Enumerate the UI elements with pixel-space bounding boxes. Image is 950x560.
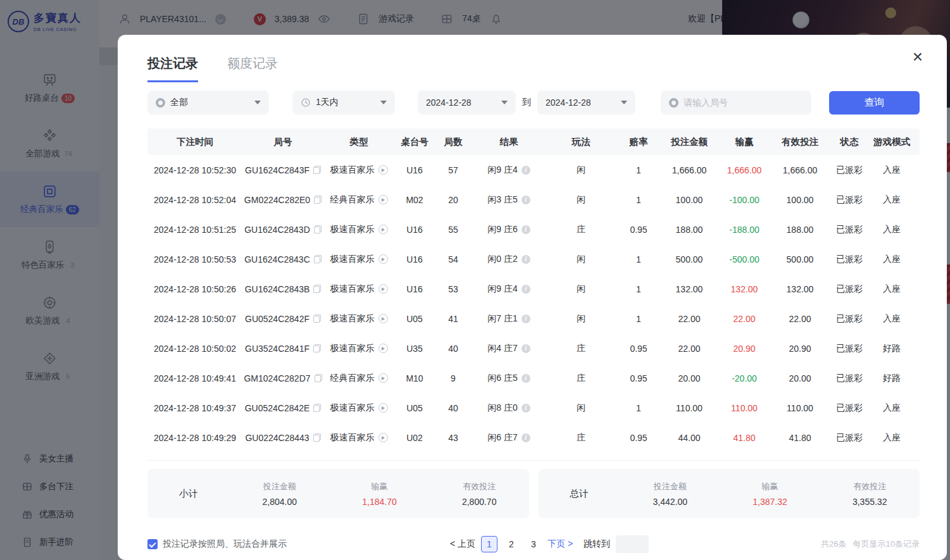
total-valid-label: 有效投注 [820,481,920,492]
category-select[interactable]: 全部 [147,90,269,115]
info-icon[interactable]: i [522,196,530,204]
table-row[interactable]: 2024-12-28 10:51:25 GU1624C2843D 极速百家乐 U… [147,215,920,244]
table-row[interactable]: 2024-12-28 10:50:02 GU3524C2841F 极速百家乐 U… [147,333,920,363]
time-range-select[interactable]: 1天内 [292,90,395,115]
cell-game-type: 极速百家乐 [323,165,394,176]
play-icon[interactable] [378,373,388,383]
copy-icon[interactable] [314,225,322,233]
cell-round-id: GM1024C282D7 [242,373,323,383]
copy-icon[interactable] [314,196,322,204]
page-button-1[interactable]: 1 [481,536,497,552]
info-icon[interactable]: i [522,166,530,175]
chevron-down-icon [254,101,261,104]
play-icon[interactable] [378,403,388,413]
round-input[interactable] [684,97,785,108]
cell-play: 闲 [546,165,616,176]
cell-winloss: 1,666.00 [717,165,772,175]
copy-icon[interactable] [313,344,321,352]
cell-game-type: 极速百家乐 [323,283,394,295]
cell-round-id: GU1624C2843B [242,284,323,294]
play-icon[interactable] [378,314,388,323]
info-icon[interactable]: i [522,314,530,323]
cell-game-mode: 入座 [870,432,913,444]
table-row[interactable]: 2024-12-28 10:50:26 GU1624C2843B 极速百家乐 U… [147,274,920,304]
cell-odds: 0.95 [616,373,661,383]
cell-round-no: 41 [435,314,472,324]
cell-odds: 1 [616,403,661,413]
tab-credit-records[interactable]: 额度记录 [227,55,278,82]
cell-game-type: 极速百家乐 [323,224,394,235]
info-icon[interactable]: i [522,433,530,442]
cell-odds: 1 [616,195,661,205]
cell-winloss: 41.80 [717,433,772,443]
table-row[interactable]: 2024-12-28 10:52:30 GU1624C2843F 极速百家乐 U… [147,155,920,185]
prev-page-button[interactable]: < 上页 [450,538,475,550]
cell-result: 闲7 庄1i [472,313,546,325]
info-icon[interactable]: i [522,225,530,234]
search-button[interactable]: 查询 [829,91,920,115]
cell-time: 2024-12-28 10:49:29 [147,433,242,443]
page-button-3[interactable]: 3 [525,536,542,552]
play-icon[interactable] [378,284,388,294]
info-icon[interactable]: i [522,344,530,353]
play-icon[interactable] [378,254,388,264]
play-icon[interactable] [378,165,388,175]
cell-round-no: 54 [435,254,472,264]
copy-icon[interactable] [313,166,321,174]
table-row[interactable]: 2024-12-28 10:50:07 GU0524C2842F 极速百家乐 U… [147,304,920,333]
subtotal-winloss-label: 输赢 [330,481,430,492]
cell-bet-amount: 110.00 [661,403,717,413]
close-icon[interactable]: × [908,47,928,68]
copy-icon[interactable] [313,433,321,442]
play-icon[interactable] [378,433,388,442]
round-icon [669,98,678,108]
cell-game-type: 极速百家乐 [323,402,394,414]
bet-table-body: 2024-12-28 10:52:30 GU1624C2843F 极速百家乐 U… [147,155,920,452]
table-header: 下注时间 局号 类型 桌台号 局数 结果 玩法 赔率 投注金额 输赢 有效投注 … [147,128,920,155]
copy-icon[interactable] [313,404,321,412]
merge-checkbox[interactable] [147,539,158,549]
next-page-button[interactable]: 下页 > [547,538,573,550]
cell-round-id: GU0224C28443 [242,433,323,443]
cell-odds: 1 [616,254,661,264]
cell-result: 闲8 庄0i [472,402,546,414]
info-icon[interactable]: i [522,285,530,294]
copy-icon[interactable] [313,285,321,293]
table-row[interactable]: 2024-12-28 10:52:04 GM0224C282E0 经典百家乐 M… [147,185,920,215]
table-row[interactable]: 2024-12-28 10:49:41 GM1024C282D7 经典百家乐 M… [147,363,920,393]
cell-valid-bet: 41.80 [772,433,828,443]
play-icon[interactable] [378,344,388,353]
date-from-picker[interactable]: 2024-12-28 [418,90,516,115]
date-to-picker[interactable]: 2024-12-28 [537,90,635,115]
table-row[interactable]: 2024-12-28 10:49:29 GU0224C28443 极速百家乐 U… [147,423,920,452]
records-per-page: 每页显示10条记录 [853,538,920,550]
total-card: 总计 投注金额 3,442.00 输赢 1,387.32 有效投注 3,355.… [538,469,920,518]
copy-icon[interactable] [314,255,322,263]
cell-result: 闲0 庄2i [472,254,546,265]
info-icon[interactable]: i [522,404,530,413]
cell-result: 闲3 庄5i [472,194,546,206]
table-row[interactable]: 2024-12-28 10:50:53 GU1624C2843C 极速百家乐 U… [147,244,920,274]
play-icon[interactable] [378,195,388,204]
cell-game-type: 极速百家乐 [323,343,394,354]
play-icon[interactable] [378,225,388,234]
cell-round-id: GU1624C2843F [242,165,323,175]
jump-page-input[interactable] [616,535,649,553]
round-search-field[interactable] [661,90,811,115]
copy-icon[interactable] [313,314,321,323]
info-icon[interactable]: i [522,374,530,383]
copy-icon[interactable] [315,374,322,382]
cell-bet-amount: 100.00 [661,195,717,205]
subtotal-valid-label: 有效投注 [429,481,529,492]
info-icon[interactable]: i [522,255,530,264]
tab-bet-records[interactable]: 投注记录 [147,55,198,82]
cell-round-id: GU0524C2842F [242,314,323,324]
cell-table-no: U16 [394,165,435,175]
cell-round-id: GU1624C2843D [242,225,323,235]
cell-bet-amount: 188.00 [661,225,717,235]
table-row[interactable]: 2024-12-28 10:49:37 GU0524C2842E 极速百家乐 U… [147,393,920,423]
date-from-value: 2024-12-28 [426,97,472,108]
page-button-2[interactable]: 2 [503,536,520,552]
cell-round-no: 57 [435,165,472,175]
cell-game-mode: 入座 [870,402,913,414]
